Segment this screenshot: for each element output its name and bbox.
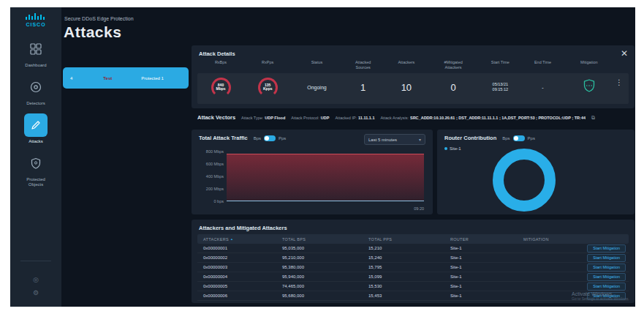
status-icon[interactable]: ◎ [33,276,39,283]
time-range-select[interactable]: Last 5 minutes ▾ [364,134,425,145]
cell-mitigation: Start Mitigation [523,283,629,291]
y-tick-label: 600 Mbps [196,162,224,166]
page-title: Attacks [64,23,121,41]
traffic-x-tick: 09:20 [414,206,424,211]
toggle-switch[interactable] [513,135,525,141]
column-header-total-bps[interactable]: TOTAL BPS [282,237,368,242]
table-row: 0x0000000695,680,00015,453Site-1Start Mi… [197,291,629,301]
start-mitigation-button[interactable]: Start Mitigation [587,254,626,262]
attack-name: Test [103,76,112,81]
start-mitigation-button[interactable]: Start Mitigation [587,283,626,291]
details-columns: RxBps840 MbpsRxPps135 KppsStatusOngoingA… [197,60,629,104]
column-header-total-pps[interactable]: TOTAL PPS [368,237,450,242]
cell-total-pps: 15,530 [368,284,450,288]
router-bps-pps-toggle[interactable]: Bps Pps [502,135,535,141]
traffic-area-chart [227,152,424,201]
attack-list-item[interactable]: 4 Test Protected 1 [63,67,189,89]
details-col-value: Ongoing [307,70,326,104]
router-contribution-panel: Router Contribution Bps Pps Site-1 [437,130,634,214]
vector-field-value: UDP Flood [265,116,285,120]
sidebar-item-label: Attacks [29,139,43,144]
cell-attacker: 0x00000002 [203,255,282,260]
cell-attacker: 0x00000004 [203,274,282,279]
cell-attacker: 0x00000001 [203,246,282,250]
gauge-value: 840 Mbps [216,83,225,91]
gauge-value: 135 Kpps [263,83,273,91]
details-col-header: Attackers [398,60,414,70]
details-big-value: 10 [401,82,412,93]
legend-label: Site-1 [450,146,461,151]
kebab-menu-icon[interactable]: ⋮ [615,78,629,86]
router-legend: Site-1 [444,146,461,151]
cell-router: Site-1 [450,284,523,288]
toggle-knob [514,136,518,141]
details-col-0: RxBps840 Mbps [197,60,244,104]
sidebar-item-protected-objects[interactable]: Protected Objects [10,152,61,187]
start-mitigation-button[interactable]: Start Mitigation [587,263,626,272]
details-col-header: Start Time [491,60,509,70]
settings-gear-icon[interactable]: ⚙ [33,289,39,296]
toggle-switch[interactable] [264,135,276,141]
gauge-icon: 840 Mbps [211,78,231,97]
details-col-7: End Time- [523,60,563,104]
start-mitigation-button[interactable]: Start Mitigation [587,244,626,253]
details-col-value [583,70,595,104]
sidebar-item-dashboard[interactable]: Dashboard [10,37,61,68]
cell-total-bps: 95,035,000 [282,246,368,250]
attack-details-title: Attack Details [199,51,235,57]
cell-router: Site-1 [450,265,523,269]
column-header-router[interactable]: ROUTER [450,237,523,242]
table-row: 0x0000000574,465,00015,530Site-1Start Mi… [197,282,629,291]
column-header-mitigation[interactable]: MITIGATION [523,237,629,242]
detectors-icon [24,75,48,99]
close-icon[interactable]: ✕ [621,48,628,59]
vector-field-value: 11.11.1.1 [358,116,374,120]
toggle-left-label: Bps [254,136,261,141]
legend-dot [444,147,447,150]
cell-total-bps: 74,465,000 [282,284,368,288]
details-col-value: 0 [450,70,455,104]
traffic-bps-pps-toggle[interactable]: Bps Pps [254,135,287,141]
details-col-value: 840 Mbps [211,70,231,104]
sidebar-item-attacks[interactable]: Attacks [10,113,61,144]
cell-total-bps: 95,210,000 [282,255,368,260]
vector-field-label: Attack Type: [241,116,263,120]
activate-windows-watermark: Activate Windows Go to Settings to activ… [572,291,629,301]
table-row: 0x0000000195,035,00015,210Site-1Start Mi… [197,244,629,253]
cell-total-pps: 15,099 [368,274,450,279]
sidebar-footer: ◎⚙ [10,276,61,296]
dashboard-grid-icon [24,37,48,61]
start-mitigation-button[interactable]: Start Mitigation [587,273,626,281]
vector-field-label: Attack Protocol: [291,116,319,120]
y-tick-label: 400 Mbps [196,174,224,179]
watermark-line2: Go to Settings to activate Windows. [572,296,629,301]
cell-attacker: 0x00000006 [203,294,282,298]
protected-objects-shield-icon [24,152,48,175]
attacks-pencil-icon [24,113,48,137]
vector-field-0: Attack Type:UDP Flood [241,116,285,120]
cisco-logo: CISCO [25,13,47,27]
cell-attacker: 0x00000005 [203,284,282,288]
y-tick-label: 200 Mbps [196,187,224,191]
attack-vectors-title: Attack Vectors [197,114,235,121]
attackers-table: ATTACKERS▲TOTAL BPSTOTAL PPSROUTERMITIGA… [197,234,629,301]
details-col-value: 05/13/21 09:15:12 [493,70,508,104]
details-col-header: Mitigation [580,60,598,70]
cell-router: Site-1 [450,274,523,279]
column-header-attackers[interactable]: ATTACKERS▲ [203,237,282,242]
toggle-knob [265,136,269,141]
sidebar-item-detectors[interactable]: Detectors [10,75,61,106]
details-big-value: 0 [450,82,455,93]
table-row: 0x0000000295,210,00015,240Site-1Start Mi… [197,253,629,263]
sidebar-item-label: Detectors [26,101,45,106]
vector-field-2: Attacked IP:11.11.1.1 [335,116,374,120]
y-tick-label: 800 Mbps [196,149,224,154]
details-col-header: RxBps [215,60,227,70]
copy-icon[interactable]: ⧉ [591,115,595,121]
traffic-y-axis: 800 Mbps600 Mbps400 Mbps200 Mbps0 bps [196,149,224,203]
cell-total-bps: 95,940,000 [282,274,368,279]
watermark-line1: Activate Windows [572,291,629,296]
table-row: 0x0000000395,380,00015,795Site-1Start Mi… [197,263,629,272]
details-time-value: 05/13/21 09:15:12 [493,82,508,92]
sidebar-item-label: Protected Objects [26,177,45,187]
